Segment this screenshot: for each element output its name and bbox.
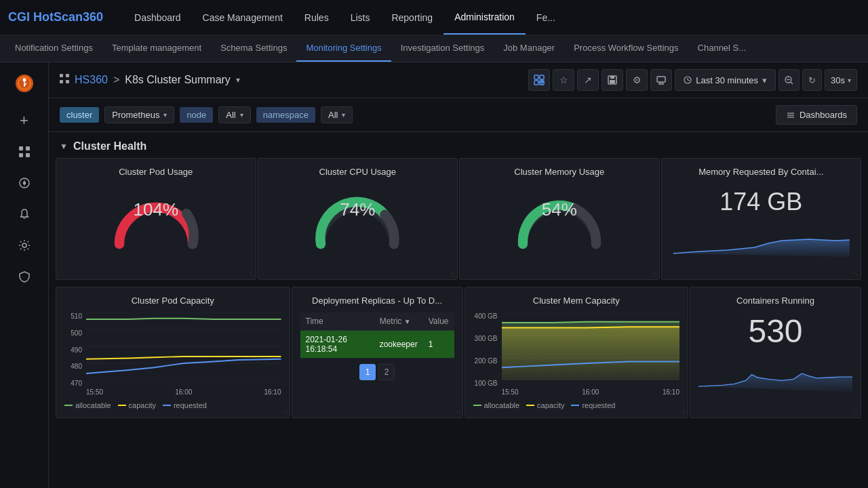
zoom-out-button[interactable] bbox=[778, 69, 800, 91]
subnav-template[interactable]: Template management bbox=[102, 35, 211, 62]
svg-rect-16 bbox=[66, 80, 69, 83]
memory-requested-card: Memory Requested By Contai... 174 GB ⤡ bbox=[661, 158, 862, 280]
x-label-1610: 16:10 bbox=[264, 388, 281, 396]
row-value: 1 bbox=[423, 331, 454, 359]
brand-logo: CGI HotScan360 bbox=[8, 10, 103, 24]
cluster-filter-select[interactable]: Prometheus ▾ bbox=[104, 106, 174, 123]
svg-line-32 bbox=[688, 80, 690, 81]
pod-usage-gauge: 104% bbox=[64, 184, 248, 226]
filter-group: cluster Prometheus ▾ node All ▾ namespac… bbox=[60, 106, 353, 123]
resize-handle[interactable]: ⤡ bbox=[456, 409, 461, 416]
resize-handle[interactable]: ⤡ bbox=[450, 270, 456, 278]
svg-rect-24 bbox=[610, 76, 614, 79]
svg-rect-18 bbox=[540, 75, 544, 79]
svg-rect-5 bbox=[19, 146, 23, 150]
cpu-usage-value: 74% bbox=[340, 199, 375, 220]
star-button[interactable]: ☆ bbox=[553, 69, 574, 91]
cluster-pod-usage-title: Cluster Pod Usage bbox=[64, 167, 248, 177]
pod-usage-value: 104% bbox=[134, 199, 179, 220]
legend-allocatable: allocatable bbox=[64, 401, 111, 409]
legend-mem-allocatable: allocatable bbox=[473, 401, 520, 409]
save-button[interactable] bbox=[601, 69, 623, 91]
nav-reporting[interactable]: Reporting bbox=[380, 0, 443, 35]
cluster-filter-label: cluster bbox=[60, 107, 99, 123]
refresh-interval-label: 30s bbox=[831, 75, 845, 85]
resize-handle[interactable]: ⤡ bbox=[652, 270, 658, 278]
nav-dashboard[interactable]: Dashboard bbox=[123, 0, 192, 35]
containers-running-card: Containers Running 530 ⤡ bbox=[690, 287, 861, 418]
time-range-button[interactable]: Last 30 minutes ▾ bbox=[675, 69, 776, 91]
sidebar-grid-icon[interactable] bbox=[11, 138, 38, 165]
cpu-usage-gauge: 74% bbox=[267, 184, 450, 226]
main-layout: + bbox=[0, 62, 868, 488]
sidebar-plus-icon[interactable]: + bbox=[11, 107, 38, 134]
subnav-channel[interactable]: Channel S... bbox=[688, 35, 756, 62]
containers-running-value: 530 bbox=[698, 312, 852, 350]
memory-usage-gauge: 54% bbox=[468, 184, 651, 226]
resize-handle[interactable]: ⤡ bbox=[854, 409, 859, 416]
svg-rect-25 bbox=[610, 80, 615, 83]
svg-point-2 bbox=[22, 79, 26, 82]
svg-line-34 bbox=[791, 82, 793, 84]
cluster-mem-capacity-card: Cluster Mem Capacity 400 GB 300 GB 200 G… bbox=[465, 287, 689, 418]
containers-sparkline bbox=[698, 361, 852, 394]
svg-rect-15 bbox=[60, 80, 63, 83]
subnav-schema[interactable]: Schema Settings bbox=[211, 35, 296, 62]
sidebar-settings-icon[interactable] bbox=[11, 232, 38, 259]
grid-icon bbox=[60, 74, 69, 86]
row-time: 2021-01-26 16:18:54 bbox=[300, 331, 374, 359]
subnav-job-manager[interactable]: Job Manager bbox=[494, 35, 564, 62]
sidebar-bell-icon[interactable] bbox=[11, 201, 38, 228]
add-panel-button[interactable] bbox=[528, 69, 550, 91]
deployment-replicas-title: Deployment Replicas - Up To D... bbox=[300, 296, 454, 306]
resize-handle[interactable]: ⤡ bbox=[249, 270, 254, 278]
share-button[interactable]: ↗ bbox=[577, 69, 599, 91]
namespace-filter-label: namespace bbox=[256, 107, 315, 123]
sidebar-shield-icon[interactable] bbox=[11, 263, 38, 290]
mem-x-1550: 15:50 bbox=[502, 388, 519, 396]
filter-bar: cluster Prometheus ▾ node All ▾ namespac… bbox=[49, 98, 868, 132]
nav-menu: Dashboard Case Management Rules Lists Re… bbox=[123, 0, 566, 35]
mem-capacity-chart bbox=[502, 312, 680, 380]
refresh-interval-button[interactable]: 30s ▾ bbox=[825, 69, 857, 91]
subnav-notification[interactable]: Notification Settings bbox=[5, 35, 102, 62]
nav-more[interactable]: Fe... bbox=[526, 0, 566, 35]
gear-button[interactable]: ⚙ bbox=[626, 69, 648, 91]
subnav-monitoring[interactable]: Monitoring Settings bbox=[296, 35, 391, 62]
memory-sparkline bbox=[670, 230, 853, 257]
resize-handle[interactable]: ⤡ bbox=[854, 270, 859, 278]
cluster-mem-capacity-title: Cluster Mem Capacity bbox=[473, 296, 680, 306]
y-label-470: 470 bbox=[64, 380, 82, 387]
svg-rect-19 bbox=[534, 81, 538, 85]
display-button[interactable] bbox=[650, 69, 672, 91]
legend-capacity: capacity bbox=[118, 401, 156, 409]
breadcrumb-app[interactable]: HS360 bbox=[75, 74, 108, 86]
subnav-process-workflow[interactable]: Process Workflow Settings bbox=[564, 35, 688, 62]
page-2-button[interactable]: 2 bbox=[378, 364, 395, 380]
nav-case-management[interactable]: Case Management bbox=[192, 0, 294, 35]
sidebar-compass-icon[interactable] bbox=[11, 169, 38, 197]
nav-rules[interactable]: Rules bbox=[294, 0, 340, 35]
time-range-label: Last 30 minutes bbox=[696, 75, 758, 85]
section-collapse-icon[interactable]: ▼ bbox=[60, 142, 68, 151]
dashboards-button[interactable]: Dashboards bbox=[776, 105, 857, 125]
namespace-filter-select[interactable]: All ▾ bbox=[321, 106, 353, 123]
breadcrumb-chevron[interactable]: ▾ bbox=[236, 75, 240, 85]
page-1-button[interactable]: 1 bbox=[359, 364, 376, 380]
cluster-memory-usage-title: Cluster Memory Usage bbox=[468, 167, 651, 177]
memory-usage-value: 54% bbox=[542, 199, 577, 220]
resize-handle[interactable]: ⤡ bbox=[681, 409, 686, 416]
node-filter-select[interactable]: All ▾ bbox=[218, 106, 250, 123]
cluster-pod-capacity-title: Cluster Pod Capacity bbox=[64, 296, 281, 306]
pod-capacity-chart bbox=[86, 312, 281, 380]
nav-administration[interactable]: Administration bbox=[443, 0, 526, 35]
sub-nav: Notification Settings Template managemen… bbox=[0, 35, 868, 62]
svg-rect-8 bbox=[26, 153, 30, 157]
nav-lists[interactable]: Lists bbox=[340, 0, 381, 35]
refresh-button[interactable]: ↻ bbox=[802, 69, 822, 91]
deployment-replicas-card: Deployment Replicas - Up To D... Time Me… bbox=[292, 287, 463, 418]
sort-icon: ▼ bbox=[404, 318, 411, 325]
col-metric[interactable]: Metric ▼ bbox=[374, 312, 423, 331]
subnav-investigation[interactable]: Investigation Settings bbox=[391, 35, 494, 62]
resize-handle[interactable]: ⤡ bbox=[283, 409, 288, 416]
